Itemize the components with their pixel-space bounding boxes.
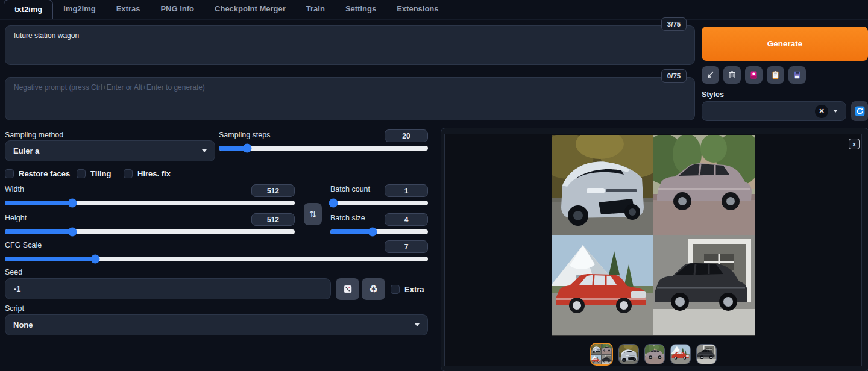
batch-count-value[interactable]: 1 (385, 184, 428, 197)
sampling-steps-slider[interactable] (219, 146, 428, 151)
tab-extras[interactable]: Extras (106, 0, 151, 19)
tab-txt2img[interactable]: txt2img (4, 0, 53, 19)
batch-count-slider[interactable] (330, 201, 428, 205)
sampling-method-label: Sampling method (5, 131, 63, 139)
chevron-down-icon (833, 110, 838, 113)
cfg-scale-value[interactable]: 7 (385, 240, 428, 253)
slider-fill (5, 229, 72, 234)
thumbnail-image-4[interactable] (696, 344, 717, 364)
slider-handle[interactable] (91, 255, 100, 264)
trash-icon (727, 70, 737, 80)
tab-settings[interactable]: Settings (335, 0, 386, 19)
negative-token-counter: 0/75 (661, 69, 687, 83)
script-label: Script (5, 304, 24, 313)
apply-styles-button[interactable] (767, 66, 784, 84)
thumbnail-image-1[interactable] (618, 344, 639, 364)
extra-label: Extra (404, 285, 424, 294)
extra-networks-card-icon (749, 70, 759, 80)
generated-image-1[interactable] (552, 135, 653, 235)
tab-extensions[interactable]: Extensions (386, 0, 448, 19)
width-slider[interactable] (5, 201, 295, 205)
reuse-seed-button[interactable]: ♻ (362, 278, 385, 300)
close-gallery-button[interactable]: x (849, 139, 860, 149)
clear-prompt-button[interactable] (723, 66, 741, 84)
refresh-styles-button[interactable] (851, 101, 868, 121)
sampling-steps-value[interactable]: 20 (385, 129, 428, 142)
tiling-checkbox[interactable]: Tiling (77, 169, 111, 178)
swap-arrows-icon: ⇅ (309, 209, 317, 220)
dice-icon (342, 284, 353, 295)
slider-fill (330, 229, 373, 234)
swap-width-height-button[interactable]: ⇅ (304, 203, 322, 225)
styles-clear-icon[interactable]: ✕ (815, 105, 828, 118)
restore-faces-checkbox[interactable]: Restore faces (5, 169, 70, 178)
save-style-floppy-icon (792, 70, 802, 80)
txt2img-app: txt2img img2img Extras PNG Info Checkpoi… (0, 0, 868, 371)
height-label: Height (5, 214, 27, 222)
montage-preview (591, 344, 612, 364)
sampling-method-value: Euler a (13, 146, 39, 155)
script-value: None (13, 320, 33, 329)
styles-dropdown[interactable]: ✕ (702, 101, 846, 121)
thumbnail-image-2[interactable] (644, 344, 665, 364)
checkbox-box[interactable] (77, 169, 86, 178)
paste-generation-params-button[interactable] (702, 66, 719, 84)
cfg-scale-label: CFG Scale (5, 241, 42, 249)
batch-size-value[interactable]: 4 (385, 213, 428, 226)
slider-handle[interactable] (242, 144, 251, 153)
thumbnail-montage[interactable] (590, 343, 613, 366)
batch-count-label: Batch count (330, 185, 370, 193)
restore-faces-label: Restore faces (19, 169, 70, 178)
slider-track (330, 201, 428, 205)
generate-button[interactable]: Generate (702, 26, 868, 61)
recycle-icon: ♻ (369, 283, 378, 296)
chevron-down-icon (202, 149, 207, 152)
refresh-icon (854, 105, 866, 117)
prompt-token-counter: 3/75 (661, 17, 687, 31)
top-nav-tabs: txt2img img2img Extras PNG Info Checkpoi… (0, 0, 868, 20)
batch-size-label: Batch size (330, 214, 365, 222)
arrow-down-left-icon (705, 70, 715, 80)
styles-label: Styles (702, 90, 724, 99)
slider-handle[interactable] (368, 228, 377, 237)
clipboard-icon (770, 70, 781, 80)
checkbox-box[interactable] (5, 169, 14, 178)
hires-fix-checkbox[interactable]: Hires. fix (124, 169, 171, 178)
thumbnail-image-3[interactable] (670, 344, 691, 364)
extra-networks-button[interactable] (745, 66, 763, 84)
checkbox-box[interactable] (391, 285, 400, 294)
cfg-scale-slider[interactable] (5, 257, 428, 261)
width-label: Width (5, 185, 24, 193)
generated-image-4[interactable] (653, 235, 755, 335)
slider-handle[interactable] (68, 228, 77, 237)
extra-seed-checkbox[interactable]: Extra (391, 285, 424, 294)
text-caret (30, 31, 30, 40)
sampling-steps-label: Sampling steps (219, 131, 270, 139)
height-slider[interactable] (5, 229, 295, 234)
slider-fill (5, 201, 72, 205)
checkbox-box[interactable] (124, 169, 133, 178)
generated-image-3[interactable] (552, 235, 653, 335)
seed-label: Seed (5, 268, 22, 276)
save-style-button[interactable] (788, 66, 806, 84)
tab-png-info[interactable]: PNG Info (150, 0, 204, 19)
slider-handle[interactable] (329, 199, 338, 208)
quick-actions-row (702, 66, 806, 84)
slider-fill (5, 257, 95, 261)
sampling-method-dropdown[interactable]: Euler a (5, 140, 215, 161)
script-dropdown[interactable]: None (5, 314, 428, 335)
prompt-input[interactable]: future station wagon (5, 25, 695, 65)
tab-train[interactable]: Train (296, 0, 335, 19)
tab-checkpoint-merger[interactable]: Checkpoint Merger (204, 0, 296, 19)
height-value[interactable]: 512 (251, 213, 295, 226)
tab-img2img[interactable]: img2img (53, 0, 105, 19)
random-seed-button[interactable] (336, 278, 359, 300)
batch-size-slider[interactable] (330, 229, 428, 234)
generated-image-2[interactable] (653, 135, 755, 235)
slider-handle[interactable] (68, 199, 77, 208)
width-value[interactable]: 512 (251, 184, 295, 197)
seed-input[interactable] (5, 278, 331, 299)
negative-prompt-input[interactable] (5, 77, 695, 120)
thumbnail-strip (444, 343, 862, 366)
generated-image-grid (552, 135, 755, 336)
